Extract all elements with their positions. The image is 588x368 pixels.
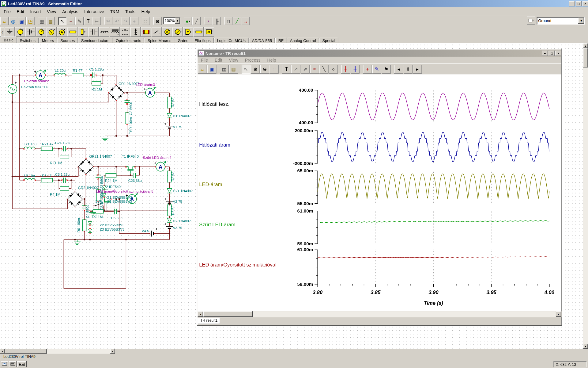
text-button[interactable]: T	[84, 17, 92, 25]
pen-button[interactable]: ✎	[372, 65, 381, 74]
current-source-component-button[interactable]	[172, 27, 183, 37]
document-tab[interactable]: Led230V-rol-TINA9	[1, 354, 38, 360]
page-spinner-button[interactable]: ⇕	[404, 65, 413, 74]
zoom-combobox[interactable]: 100%▾	[163, 17, 180, 24]
voltmeter-button[interactable]: ◔	[204, 17, 212, 25]
canvas-hscrollbar[interactable]: ◂ ▸	[0, 349, 115, 354]
line-button[interactable]: ╲	[319, 65, 328, 74]
text-button[interactable]: T	[282, 65, 291, 74]
menu-item-tools[interactable]: Tools	[122, 8, 138, 15]
tools-button[interactable]: ⊓	[224, 17, 232, 25]
open-button[interactable]: ▱	[0, 17, 9, 25]
connector-component-button[interactable]	[204, 27, 214, 37]
wire-button[interactable]: ¬	[67, 17, 75, 25]
vscroll-thumb[interactable]	[583, 48, 588, 68]
tr-menu-item-edit[interactable]: Edit	[211, 57, 225, 63]
ideal-transformer-component-button[interactable]	[130, 27, 141, 37]
potentiometer-component-button[interactable]	[78, 27, 88, 37]
tab-basic[interactable]: Basic	[1, 37, 16, 43]
tr-menu-item-file[interactable]: File	[198, 57, 211, 63]
paste-button[interactable]: ▩	[229, 65, 238, 74]
tr-menu-item-help[interactable]: Help	[264, 57, 280, 63]
paste-button[interactable]: ▩	[47, 17, 55, 25]
grid-button[interactable]: ∷	[142, 17, 150, 25]
pencil-button[interactable]: ✎	[75, 17, 84, 25]
menu-item-analysis[interactable]: Analysis	[59, 8, 81, 15]
zoom-out-button[interactable]: ⊖	[260, 65, 269, 74]
exit-button[interactable]: Exit	[17, 361, 26, 367]
tr-result-window[interactable]: Noname - TR result1 – □ × FileEditViewPr…	[197, 49, 562, 325]
copy-button[interactable]: ▦	[38, 17, 46, 25]
tab-rf[interactable]: RF	[275, 37, 287, 43]
inductor-component-button[interactable]	[99, 27, 109, 37]
tab-meters[interactable]: Meters	[39, 37, 57, 43]
transformer-component-button[interactable]: M	[120, 27, 130, 37]
component-scroll-left-icon[interactable]: ‹	[0, 27, 4, 37]
smooth-button[interactable]: ≈	[310, 65, 319, 74]
zoom-in-button[interactable]: ⊕	[251, 65, 260, 74]
tab-analog-control[interactable]: Analog Control	[287, 37, 319, 43]
tab-semiconductors[interactable]: Semiconductors	[78, 37, 112, 43]
probe-button[interactable]: ╱	[192, 17, 201, 25]
save-button[interactable]: ▣	[207, 65, 216, 74]
menu-item-edit[interactable]: Edit	[14, 8, 27, 15]
axis-a-button[interactable]: ╂	[341, 65, 350, 74]
process-curve-button[interactable]: ↗	[291, 65, 300, 74]
pin-meter-button[interactable]: ╟	[213, 17, 221, 25]
tab-optoelectronic[interactable]: Optoelectronic	[113, 37, 144, 43]
exit-mode-button[interactable]: →	[242, 17, 250, 25]
tab-flip-flops[interactable]: Flip-flops	[192, 37, 214, 43]
iron-core-inductor-component-button[interactable]	[110, 27, 120, 37]
flag-button[interactable]: ⚑	[382, 65, 391, 74]
cursor-button[interactable]: ↖	[242, 65, 251, 74]
tab-sources[interactable]: Sources	[57, 37, 78, 43]
menu-item-help[interactable]: Help	[138, 8, 153, 15]
axis-b-button[interactable]: ╂	[351, 65, 360, 74]
tab-gates[interactable]: Gates	[175, 37, 191, 43]
status-icon-button-1[interactable]	[1, 361, 8, 367]
scroll-up-icon[interactable]: ▴	[583, 43, 588, 48]
copy-button[interactable]: ▦	[220, 65, 229, 74]
node-selector-icon[interactable]	[527, 17, 535, 25]
scroll-left-icon[interactable]: ◂	[0, 349, 5, 354]
menu-item-file[interactable]: File	[1, 8, 13, 15]
cursor-button[interactable]: ↖	[58, 17, 66, 25]
capacitor-component-button[interactable]	[89, 27, 99, 37]
dc-analysis-button[interactable]: ●▾	[184, 17, 192, 25]
status-icon-button-2[interactable]	[9, 361, 16, 367]
ground-component-button[interactable]	[5, 27, 15, 37]
tr-scroll-right-icon[interactable]: ▸	[556, 311, 561, 317]
tr-minimize-button[interactable]: –	[542, 51, 548, 56]
probe2-button[interactable]: ╱	[233, 17, 241, 25]
prev-page-button[interactable]: ◂	[394, 65, 403, 74]
tr-restore-button[interactable]: □	[548, 51, 555, 56]
voltage-generator-component-button[interactable]	[36, 27, 46, 37]
maximize-button[interactable]: □	[576, 1, 582, 6]
fuse-component-button[interactable]	[194, 27, 204, 37]
relay-component-button[interactable]	[141, 27, 151, 37]
chevron-down-icon[interactable]: ▾	[175, 18, 180, 24]
tr-hscrollbar[interactable]: ◂ ▸	[198, 311, 561, 317]
tr-title-bar[interactable]: Noname - TR result1 – □ ×	[198, 50, 561, 57]
chevron-down-icon[interactable]: ▾	[578, 18, 584, 24]
lamp-component-button[interactable]	[162, 27, 172, 37]
next-page-button[interactable]: ▸	[413, 65, 422, 74]
hscroll-thumb[interactable]	[5, 349, 47, 354]
measure-button[interactable]: ⊢	[92, 17, 101, 25]
close-button[interactable]: ×	[582, 1, 588, 6]
scroll-right-icon[interactable]: ▸	[110, 349, 115, 354]
add-marker-button[interactable]: +	[363, 65, 372, 74]
tr-scroll-left-icon[interactable]: ◂	[198, 311, 203, 317]
ground-combobox[interactable]: Ground ▾	[537, 17, 585, 24]
ellipse-button[interactable]: ○	[329, 65, 338, 74]
controlled-source-component-button[interactable]: T	[183, 27, 193, 37]
tr-close-button[interactable]: ×	[555, 51, 561, 56]
menu-item-insert[interactable]: Insert	[27, 8, 44, 15]
tr-result-tab[interactable]: TR result1	[198, 318, 220, 324]
menu-item-interactive[interactable]: Interactive	[81, 8, 107, 15]
voltmeter-component-button[interactable]: V	[47, 27, 57, 37]
browse-web-button[interactable]: ◍	[9, 17, 17, 25]
ammeter-component-button[interactable]: A	[57, 27, 67, 37]
menu-item-t-m[interactable]: T&M	[107, 8, 122, 15]
zoom-button[interactable]: ⊕	[153, 17, 162, 25]
